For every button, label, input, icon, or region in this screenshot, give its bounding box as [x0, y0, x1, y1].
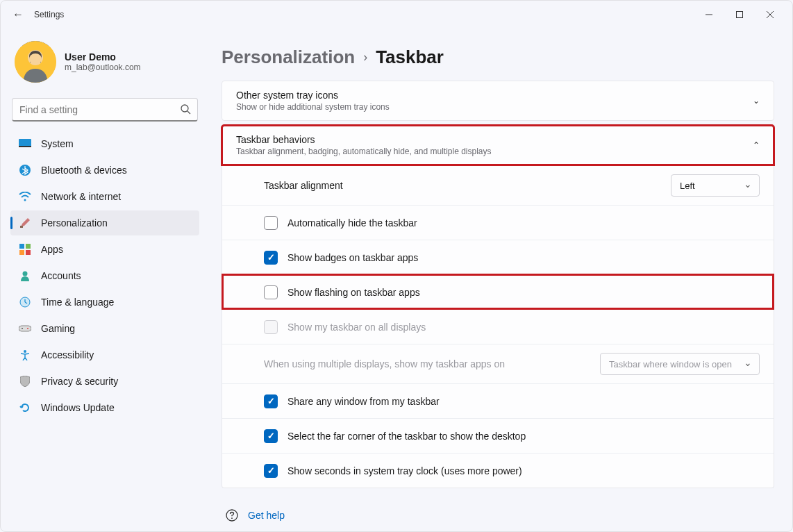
- nav-system[interactable]: System: [10, 131, 199, 156]
- minimize-button[interactable]: [694, 4, 724, 25]
- row-share-any[interactable]: Share any window from my taskbar: [222, 383, 774, 418]
- nav-label: Personalization: [41, 217, 108, 228]
- svg-point-18: [23, 272, 28, 276]
- svg-rect-10: [19, 146, 31, 147]
- breadcrumb-parent[interactable]: Personalization: [222, 47, 355, 68]
- person-icon: [19, 269, 31, 282]
- nav-gaming[interactable]: Gaming: [10, 316, 199, 341]
- row-flashing[interactable]: Show flashing on taskbar apps: [222, 274, 774, 309]
- flashing-checkbox[interactable]: [264, 285, 278, 299]
- window-title: Settings: [34, 10, 64, 19]
- row-multidisplay: When using multiple displays, show my ta…: [222, 344, 774, 383]
- section-subtitle: Show or hide additional system tray icon…: [236, 102, 753, 112]
- help-row: Get help: [222, 509, 774, 522]
- nav-label: Gaming: [41, 323, 75, 334]
- row-label: Show my taskbar on all displays: [287, 322, 760, 333]
- help-link[interactable]: Get help: [248, 510, 285, 521]
- svg-rect-14: [19, 244, 24, 249]
- system-icon: [19, 138, 31, 150]
- search-icon: [180, 103, 191, 117]
- row-taskbar-alignment: Taskbar alignment Left: [222, 165, 774, 205]
- section-subtitle: Taskbar alignment, badging, automaticall…: [236, 147, 753, 156]
- nav-personalization[interactable]: Personalization: [10, 210, 199, 235]
- row-label: Show seconds in system tray clock (uses …: [287, 465, 760, 476]
- svg-point-7: [181, 105, 188, 112]
- back-button[interactable]: ←: [8, 8, 28, 21]
- behaviors-body: Taskbar alignment Left Automatically hid…: [222, 165, 774, 488]
- apps-icon: [19, 243, 31, 256]
- gamepad-icon: [19, 322, 31, 335]
- row-label: When using multiple displays, show my ta…: [264, 358, 600, 369]
- row-label: Automatically hide the taskbar: [287, 217, 760, 228]
- close-button[interactable]: [755, 4, 785, 25]
- svg-rect-15: [26, 244, 31, 249]
- badges-checkbox[interactable]: [264, 251, 278, 265]
- nav-privacy[interactable]: Privacy & security: [10, 369, 199, 394]
- wifi-icon: [19, 190, 31, 203]
- nav-apps[interactable]: Apps: [10, 237, 199, 262]
- shield-icon: [19, 375, 31, 388]
- nav-time[interactable]: Time & language: [10, 290, 199, 315]
- row-badges[interactable]: Show badges on taskbar apps: [222, 240, 774, 274]
- row-far-corner[interactable]: Select the far corner of the taskbar to …: [222, 418, 774, 453]
- svg-point-6: [29, 53, 42, 65]
- nav-update[interactable]: Windows Update: [10, 395, 199, 420]
- shareany-checkbox[interactable]: [264, 394, 278, 408]
- sidebar: User Demo m_lab@outlook.com System Bluet…: [1, 28, 209, 531]
- autohide-checkbox[interactable]: [264, 216, 278, 230]
- row-label: Taskbar alignment: [264, 180, 671, 191]
- svg-rect-13: [20, 226, 23, 228]
- nav-accounts[interactable]: Accounts: [10, 263, 199, 288]
- nav-label: Bluetooth & devices: [41, 165, 127, 176]
- section-other-tray-header[interactable]: Other system tray icons Show or hide add…: [222, 81, 774, 120]
- row-seconds[interactable]: Show seconds in system tray clock (uses …: [222, 453, 774, 488]
- nav-label: Accounts: [41, 270, 81, 281]
- svg-line-8: [187, 111, 190, 114]
- svg-point-25: [24, 350, 26, 353]
- maximize-button[interactable]: [724, 4, 755, 25]
- row-label: Show flashing on taskbar apps: [287, 287, 760, 298]
- help-icon: [226, 509, 238, 522]
- alldisplays-checkbox: [264, 320, 278, 334]
- svg-rect-16: [19, 250, 24, 255]
- breadcrumb-current: Taskbar: [376, 47, 444, 68]
- svg-rect-1: [737, 12, 743, 18]
- chevron-up-icon: ⌃: [753, 140, 760, 150]
- section-taskbar-behaviors: Taskbar behaviors Taskbar alignment, bad…: [222, 125, 774, 165]
- clock-icon: [19, 296, 31, 308]
- accessibility-icon: [19, 349, 31, 361]
- nav-label: Apps: [41, 244, 63, 255]
- farcorner-checkbox[interactable]: [264, 429, 278, 443]
- svg-point-24: [27, 328, 28, 329]
- alignment-select[interactable]: Left: [671, 174, 760, 197]
- main-content: Personalization › Taskbar Other system t…: [209, 28, 792, 531]
- row-autohide[interactable]: Automatically hide the taskbar: [222, 205, 774, 240]
- nav-network[interactable]: Network & internet: [10, 184, 199, 209]
- row-label: Show badges on taskbar apps: [287, 252, 760, 263]
- search-input[interactable]: [12, 98, 198, 122]
- user-name: User Demo: [65, 51, 141, 63]
- bluetooth-icon: [19, 164, 31, 176]
- row-label: Select the far corner of the taskbar to …: [287, 431, 760, 442]
- nav-label: Network & internet: [41, 191, 121, 202]
- nav-label: Time & language: [41, 297, 114, 308]
- section-other-tray: Other system tray icons Show or hide add…: [222, 81, 774, 121]
- section-behaviors-header[interactable]: Taskbar behaviors Taskbar alignment, bad…: [222, 126, 774, 165]
- svg-rect-17: [26, 250, 31, 255]
- chevron-down-icon: ⌄: [753, 96, 760, 106]
- multidisplay-select: Taskbar where window is open: [600, 353, 760, 375]
- svg-point-23: [22, 328, 23, 329]
- nav-label: Windows Update: [41, 402, 115, 413]
- brush-icon: [19, 217, 31, 229]
- breadcrumb: Personalization › Taskbar: [222, 47, 774, 68]
- row-label: Share any window from my taskbar: [287, 396, 760, 407]
- nav-bluetooth[interactable]: Bluetooth & devices: [10, 158, 199, 183]
- chevron-right-icon: ›: [363, 50, 367, 65]
- nav-accessibility[interactable]: Accessibility: [10, 342, 199, 367]
- avatar: [15, 41, 56, 83]
- seconds-checkbox[interactable]: [264, 464, 278, 478]
- svg-rect-22: [19, 326, 31, 331]
- row-all-displays: Show my taskbar on all displays: [222, 309, 774, 344]
- profile[interactable]: User Demo m_lab@outlook.com: [10, 35, 199, 94]
- title-bar: ← Settings: [1, 1, 792, 28]
